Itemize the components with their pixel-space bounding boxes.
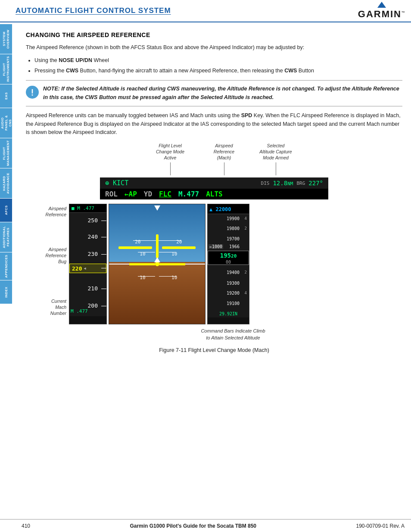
label-current-mach: CurrentMachNumber	[50, 299, 66, 316]
sidebar-item-system-overview[interactable]: SYSTEM OVERVIEW	[0, 24, 12, 54]
note-box: NOTE: If the Selected Altitude is reache…	[26, 80, 402, 106]
note-icon	[26, 86, 39, 99]
bullet-list: Using the NOSE UP/DN Wheel Pressing the …	[34, 56, 402, 75]
garmin-logo-text: GARMIN™	[358, 9, 406, 20]
page-title: AUTOMATIC FLIGHT CONTROL SYSTEM	[16, 6, 171, 15]
diagram-section: Flight LevelChange ModeActive AirspeedRe…	[26, 143, 402, 353]
asi-tick-210	[101, 289, 106, 289]
sidebar-item-eas[interactable]: EAS	[0, 84, 12, 108]
alt-19900-r: 4	[245, 216, 247, 221]
garmin-triangle-icon	[377, 2, 386, 8]
sidebar-item-index[interactable]: INDEX	[0, 280, 12, 304]
asi-value-250: 250	[88, 217, 98, 224]
ai-pitch-20-label-left: 20	[135, 239, 140, 245]
ai-cmd-bar-right	[162, 246, 196, 249]
asi-value-240: 240	[88, 233, 98, 240]
alt-19100: 19100	[227, 301, 240, 306]
annotation-flc: Flight LevelChange ModeActive	[151, 143, 190, 161]
sidebar-item-appendices[interactable]: APPENDICES	[0, 252, 12, 280]
alt-current-box: 19520 00	[208, 251, 249, 265]
alt-1966: 1966	[229, 244, 240, 249]
altitude-indicator: ▲ 22000 19900 4 19800 2 19700 1966 ←1000…	[207, 204, 249, 324]
ai-pitch-10-label-right: 10	[171, 251, 177, 257]
note-text: NOTE: If the Selected Altitude is reache…	[43, 85, 402, 102]
asi-tick-230	[101, 254, 106, 255]
alt-header: ▲ 22000	[208, 204, 249, 214]
asi-tick-220	[101, 268, 106, 268]
intro-text: The Airspeed Reference (shown in both th…	[26, 44, 402, 52]
asi-tape: 250 240 230 220 ◄ 210	[69, 213, 106, 316]
page-footer: 410 Garmin G1000 Pilot's Guide for the S…	[0, 519, 411, 532]
sidebar-item-additional-features[interactable]: ADDITIONAL FEATURES	[0, 222, 12, 252]
afcs-dis-label: DIS	[261, 180, 270, 186]
asi-tick-250	[101, 221, 106, 221]
ai-cmd-bar-left	[118, 246, 152, 249]
sidebar-item-flight-instruments[interactable]: FLIGHT INSTRUMENTS	[0, 54, 12, 84]
annotation-line-flc	[170, 162, 171, 175]
afcs-distance: 12.8NM	[273, 180, 293, 187]
left-labels: AirspeedReference AirspeedReferenceBug C…	[26, 204, 69, 324]
alt-19900: 19900	[227, 216, 240, 221]
sidebar-item-audio-panel[interactable]: AUDIO PANEL & CNS	[0, 108, 12, 138]
alt-19400: 19400	[227, 270, 240, 275]
ai-bank-pointer-top	[154, 205, 160, 211]
sidebar: SYSTEM OVERVIEW FLIGHT INSTRUMENTS EAS A…	[0, 24, 12, 304]
ai-center	[155, 262, 159, 266]
ai-wings	[129, 262, 185, 266]
label-airspeed-bug: AirspeedReferenceBug	[46, 247, 66, 264]
asi-tick-200	[101, 306, 106, 306]
instruments-container: AirspeedReference AirspeedReferenceBug C…	[26, 204, 402, 324]
airspeed-indicator: ■ M .477 250 240 230 220 ◄	[69, 204, 107, 324]
alt-19300: 19300	[227, 281, 240, 286]
alt-baro: 29.92IN	[208, 311, 249, 316]
afcs-destination: ⊕ KICT	[105, 179, 128, 187]
afcs-nav-info: DIS 12.8NM BRG 227°	[261, 180, 323, 187]
ai-pitch-10-label-left: 10	[140, 251, 145, 257]
asi-tick-240	[101, 237, 106, 237]
body-text-2: Airspeed Reference units can be manually…	[26, 112, 402, 137]
afcs-mach: M.477	[178, 190, 199, 198]
afcs-ap: ←AP	[125, 190, 137, 198]
ai-pitch-marker	[154, 257, 160, 262]
alt-19800: 19800	[227, 226, 240, 231]
ai-pitch-20-label-right: 20	[176, 239, 182, 245]
afcs-brg-label: BRG	[296, 180, 305, 186]
alt-19800-r: 2	[245, 226, 247, 230]
alt-tape: 19900 4 19800 2 19700 1966 ←1000 19520 0…	[208, 214, 249, 317]
alt-19700: 19700	[227, 236, 240, 241]
svg-point-0	[32, 94, 33, 96]
sidebar-item-hazard-avoidance[interactable]: HAZARD AVOIDANCE	[0, 168, 12, 198]
annotation-selected-alt: SelectedAltitude CaptureMode Armed	[254, 143, 297, 161]
ai-pitch-neg10-label-right: 10	[171, 275, 177, 280]
attitude-indicator: 20 20 10 10 10 10	[109, 204, 206, 324]
alt-19200: 19200	[227, 291, 240, 296]
afcs-row1: ⊕ KICT DIS 12.8NM BRG 227°	[100, 177, 328, 189]
asi-bug-value: 220	[70, 265, 82, 272]
alt-current-value: 19520	[208, 251, 249, 260]
asi-mach-ref: ■ M .477	[72, 205, 94, 211]
bullet-item-1: Using the NOSE UP/DN Wheel	[34, 56, 402, 65]
footer-center-text: Garmin G1000 Pilot's Guide for the Socat…	[130, 523, 256, 529]
annotation-line-airspeed	[224, 162, 224, 175]
afcs-status-bar-container: ⊕ KICT DIS 12.8NM BRG 227° ROL ←AP YD FL…	[26, 177, 402, 199]
ai-wing-left	[129, 263, 155, 265]
ai-wing-right	[159, 263, 185, 265]
afcs-row2: ROL ←AP YD FLC M.477 ALTS	[100, 189, 328, 199]
asi-mach-bottom: M .477	[71, 308, 88, 314]
afcs-yd: YD	[144, 190, 152, 198]
sidebar-item-afcs[interactable]: AFCS	[0, 198, 12, 222]
ai-pitch-neg10-label-left: 10	[140, 275, 145, 280]
cmd-bars-label-container: Command Bars Indicate Climbto Attain Sel…	[26, 328, 402, 341]
annotation-line-alt	[276, 162, 276, 175]
alt-19400-r: 2	[245, 270, 247, 274]
afcs-status-bar: ⊕ KICT DIS 12.8NM BRG 227° ROL ←AP YD FL…	[100, 177, 328, 199]
ai-ground	[109, 262, 205, 324]
garmin-logo: GARMIN™	[358, 2, 406, 20]
annotation-airspeed-ref: AirspeedReference(Mach)	[207, 143, 241, 161]
asi-value-210: 210	[88, 285, 98, 292]
alt-current-sub: 00	[208, 260, 249, 264]
sidebar-item-flight-management[interactable]: FLIGHT MANAGEMENT	[0, 138, 12, 168]
annotations-area: Flight LevelChange ModeActive AirspeedRe…	[26, 143, 402, 177]
afcs-alts: ALTS	[206, 190, 223, 198]
asi-value-200: 200	[88, 302, 98, 309]
